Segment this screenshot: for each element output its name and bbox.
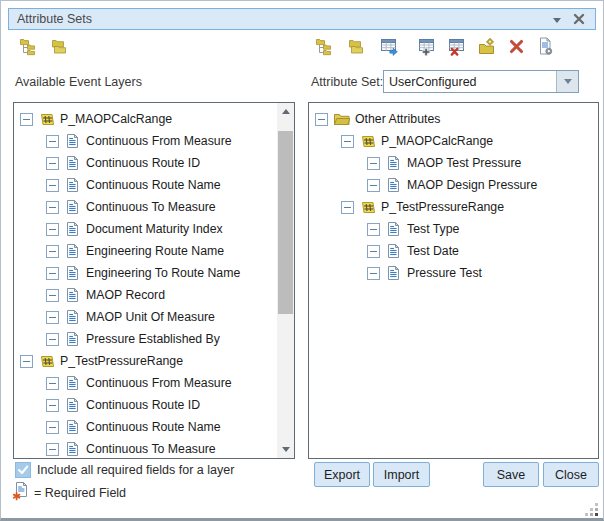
tree-item-p-maopcalcrange[interactable]: P_MAOPCalcRange bbox=[14, 108, 277, 130]
table-delete-icon[interactable] bbox=[448, 37, 468, 57]
expander-minus-icon[interactable] bbox=[46, 377, 59, 390]
scroll-up-button[interactable] bbox=[277, 103, 294, 120]
vertical-scrollbar[interactable] bbox=[277, 103, 294, 458]
tree-item-label: Continuous Route Name bbox=[86, 178, 221, 192]
tree-item-maop-record[interactable]: MAOP Record bbox=[14, 284, 277, 306]
folders-icon[interactable] bbox=[346, 37, 366, 57]
expander-minus-icon[interactable] bbox=[367, 223, 380, 236]
tree-item-label: P_TestPressureRange bbox=[381, 200, 504, 214]
tree-item-pressure-established-by[interactable]: Pressure Established By bbox=[14, 328, 277, 350]
required-field-legend-label: = Required Field bbox=[34, 486, 126, 500]
dropdown-button[interactable] bbox=[556, 71, 578, 92]
close-icon[interactable] bbox=[572, 12, 586, 26]
doc-icon bbox=[64, 397, 81, 413]
tree-item-p-maopcalcrange[interactable]: P_MAOPCalcRange bbox=[309, 130, 598, 152]
expander-minus-icon[interactable] bbox=[20, 113, 33, 126]
doc-icon bbox=[64, 243, 81, 259]
required-field-icon bbox=[12, 481, 30, 501]
tree-item-document-maturity-index[interactable]: Document Maturity Index bbox=[14, 218, 277, 240]
expander-minus-icon[interactable] bbox=[46, 333, 59, 346]
attribute-set-dropdown[interactable]: UserConfigured bbox=[383, 70, 579, 93]
expander-minus-icon[interactable] bbox=[46, 399, 59, 412]
window-title: Attribute Sets bbox=[17, 12, 92, 26]
expander-minus-icon[interactable] bbox=[46, 201, 59, 214]
tree-item-p-testpressurerange[interactable]: P_TestPressureRange bbox=[309, 196, 598, 218]
expander-minus-icon[interactable] bbox=[341, 135, 354, 148]
tree-item-continuous-route-id[interactable]: Continuous Route ID bbox=[14, 394, 277, 416]
tree-item-label: Continuous Route ID bbox=[86, 398, 200, 412]
doc-icon bbox=[64, 155, 81, 171]
attribute-set-tree-panel: Other AttributesP_MAOPCalcRangeMAOP Test… bbox=[308, 102, 599, 459]
layer-icon bbox=[359, 133, 376, 149]
folder-tree-icon[interactable] bbox=[19, 37, 39, 57]
folder-tree-icon[interactable] bbox=[315, 37, 335, 57]
table-add-icon[interactable] bbox=[418, 37, 438, 57]
window-menu-icon[interactable] bbox=[553, 18, 561, 23]
close-button[interactable]: Close bbox=[543, 462, 599, 487]
doc-icon bbox=[64, 375, 81, 391]
doc-icon bbox=[64, 177, 81, 193]
expander-minus-icon[interactable] bbox=[367, 267, 380, 280]
expander-minus-icon[interactable] bbox=[46, 443, 59, 456]
expander-minus-icon[interactable] bbox=[46, 267, 59, 280]
tree-item-continuous-from-measure[interactable]: Continuous From Measure bbox=[14, 130, 277, 152]
expander-minus-icon[interactable] bbox=[367, 245, 380, 258]
expander-minus-icon[interactable] bbox=[46, 135, 59, 148]
tree-item-continuous-route-name[interactable]: Continuous Route Name bbox=[14, 174, 277, 196]
include-required-fields-label[interactable]: Include all required fields for a layer bbox=[37, 463, 234, 477]
expander-minus-icon[interactable] bbox=[46, 179, 59, 192]
export-button[interactable]: Export bbox=[314, 462, 370, 487]
import-button[interactable]: Import bbox=[373, 462, 430, 487]
tree-item-pressure-test[interactable]: Pressure Test bbox=[309, 262, 598, 284]
tree-item-label: Continuous Route ID bbox=[86, 156, 200, 170]
layer-icon bbox=[38, 111, 55, 127]
tree-item-label: Pressure Test bbox=[407, 266, 482, 280]
titlebar[interactable]: Attribute Sets bbox=[8, 8, 596, 30]
tree-item-continuous-from-measure[interactable]: Continuous From Measure bbox=[14, 372, 277, 394]
scroll-down-button[interactable] bbox=[277, 441, 294, 458]
expander-minus-icon[interactable] bbox=[367, 179, 380, 192]
tree-item-continuous-route-name[interactable]: Continuous Route Name bbox=[14, 416, 277, 438]
expander-minus-icon[interactable] bbox=[46, 157, 59, 170]
doc-icon bbox=[385, 243, 402, 259]
tree-item-continuous-route-id[interactable]: Continuous Route ID bbox=[14, 152, 277, 174]
delete-x-icon[interactable] bbox=[507, 37, 527, 57]
resize-grip[interactable] bbox=[585, 502, 599, 515]
chevron-down-icon bbox=[564, 79, 572, 84]
attribute-sets-dialog: Attribute Sets Available Event Layers At… bbox=[0, 0, 604, 521]
tree-item-other-attributes[interactable]: Other Attributes bbox=[309, 108, 598, 130]
tree-item-label: MAOP Record bbox=[86, 288, 165, 302]
scrollbar-thumb[interactable] bbox=[278, 131, 293, 314]
document-gear-icon[interactable] bbox=[536, 37, 556, 57]
tree-item-test-date[interactable]: Test Date bbox=[309, 240, 598, 262]
tree-item-engineering-route-name[interactable]: Engineering Route Name bbox=[14, 240, 277, 262]
doc-icon bbox=[385, 265, 402, 281]
expander-minus-icon[interactable] bbox=[46, 421, 59, 434]
expander-minus-icon[interactable] bbox=[341, 201, 354, 214]
tree-item-maop-unit-of-measure[interactable]: MAOP Unit Of Measure bbox=[14, 306, 277, 328]
expander-minus-icon[interactable] bbox=[20, 355, 33, 368]
tree-item-continuous-to-measure[interactable]: Continuous To Measure bbox=[14, 438, 277, 458]
tree-item-continuous-to-measure[interactable]: Continuous To Measure bbox=[14, 196, 277, 218]
expander-minus-icon[interactable] bbox=[46, 289, 59, 302]
tree-item-test-type[interactable]: Test Type bbox=[309, 218, 598, 240]
expander-minus-icon[interactable] bbox=[46, 223, 59, 236]
table-export-icon[interactable] bbox=[380, 37, 400, 57]
tree-item-label: Continuous From Measure bbox=[86, 134, 232, 148]
doc-icon bbox=[64, 441, 81, 457]
tree-item-engineering-to-route-name[interactable]: Engineering To Route Name bbox=[14, 262, 277, 284]
include-required-fields-checkbox[interactable] bbox=[15, 462, 31, 478]
tree-item-label: Continuous To Measure bbox=[86, 442, 216, 456]
tree-item-maop-test-pressure[interactable]: MAOP Test Pressure bbox=[309, 152, 598, 174]
save-button[interactable]: Save bbox=[483, 462, 539, 487]
tree-item-label: P_MAOPCalcRange bbox=[381, 134, 493, 148]
expander-minus-icon[interactable] bbox=[367, 157, 380, 170]
folders-icon[interactable] bbox=[49, 37, 69, 57]
tree-item-maop-design-pressure[interactable]: MAOP Design Pressure bbox=[309, 174, 598, 196]
expander-minus-icon[interactable] bbox=[315, 113, 328, 126]
expander-minus-icon[interactable] bbox=[46, 311, 59, 324]
folder-gear-icon[interactable] bbox=[477, 37, 497, 57]
arrow-up-icon bbox=[282, 109, 290, 114]
expander-minus-icon[interactable] bbox=[46, 245, 59, 258]
tree-item-p-testpressurerange[interactable]: P_TestPressureRange bbox=[14, 350, 277, 372]
